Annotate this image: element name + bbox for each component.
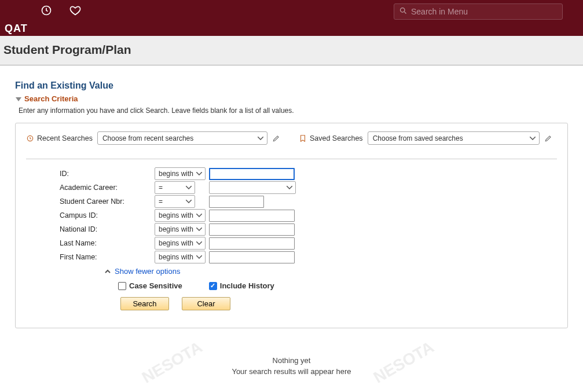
collapse-triangle-icon [15, 96, 22, 102]
career-label: Academic Career: [60, 184, 152, 192]
find-existing-title: Find an Existing Value [15, 80, 568, 91]
page-title-bar: Student Program/Plan [0, 36, 583, 65]
results-line2: Your search results will appear here [15, 367, 568, 376]
checkbox-icon [118, 282, 126, 290]
search-criteria-box: Recent Searches Choose from recent searc… [15, 123, 568, 328]
top-nav-bar: QAT [0, 0, 583, 36]
first-name-label: First Name: [60, 253, 152, 261]
national-input[interactable] [209, 224, 295, 236]
clear-button[interactable]: Clear [182, 297, 230, 310]
results-line1: Nothing yet [15, 356, 568, 365]
recent-icon [26, 134, 34, 142]
career-value[interactable] [209, 181, 296, 194]
show-fewer-link[interactable]: Show fewer options [115, 267, 180, 276]
svg-point-1 [401, 8, 405, 13]
last-name-operator[interactable]: begins with [155, 237, 206, 250]
brand-label: QAT [5, 23, 28, 35]
menu-search-input[interactable] [411, 7, 558, 16]
search-button[interactable]: Search [120, 297, 169, 310]
chevron-up-icon [104, 268, 111, 275]
heart-icon[interactable] [69, 5, 81, 18]
id-operator[interactable]: begins with [155, 167, 206, 180]
first-name-operator[interactable]: begins with [155, 251, 206, 263]
last-name-label: Last Name: [60, 239, 152, 247]
recent-searches-label: Recent Searches [26, 134, 93, 142]
career-nbr-operator[interactable]: = [155, 195, 195, 208]
checkbox-checked-icon [209, 282, 217, 290]
search-criteria-label: Search Criteria [24, 94, 78, 103]
edit-saved-icon[interactable] [544, 134, 552, 142]
last-name-input[interactable] [209, 237, 295, 250]
menu-search-container[interactable] [394, 3, 563, 20]
edit-recent-icon[interactable] [272, 134, 280, 142]
history-icon[interactable] [41, 5, 52, 18]
recent-searches-select[interactable]: Choose from recent searches [97, 131, 267, 145]
campus-operator[interactable]: begins with [155, 209, 206, 222]
results-placeholder: Nothing yet Your search results will app… [15, 356, 568, 376]
page-title: Student Program/Plan [3, 43, 580, 57]
saved-searches-label: Saved Searches [299, 134, 363, 142]
search-criteria-header[interactable]: Search Criteria [15, 94, 568, 103]
campus-label: Campus ID: [60, 211, 152, 219]
instructions-text: Enter any information you have and click… [19, 107, 568, 115]
national-label: National ID: [60, 225, 152, 233]
case-sensitive-checkbox[interactable]: Case Sensitive [118, 281, 182, 290]
saved-searches-select[interactable]: Choose from saved searches [368, 131, 540, 145]
include-history-checkbox[interactable]: Include History [209, 281, 274, 290]
search-form: ID: begins with Academic Career: = Stude… [60, 167, 557, 263]
bookmark-icon [299, 134, 307, 142]
first-name-input[interactable] [209, 251, 295, 263]
career-nbr-input[interactable] [209, 196, 264, 208]
career-nbr-label: Student Career Nbr: [60, 197, 152, 206]
id-label: ID: [60, 170, 152, 178]
campus-input[interactable] [209, 210, 295, 222]
national-operator[interactable]: begins with [155, 223, 206, 236]
career-operator[interactable]: = [155, 181, 195, 194]
search-icon [399, 6, 408, 17]
id-input[interactable] [209, 168, 295, 180]
